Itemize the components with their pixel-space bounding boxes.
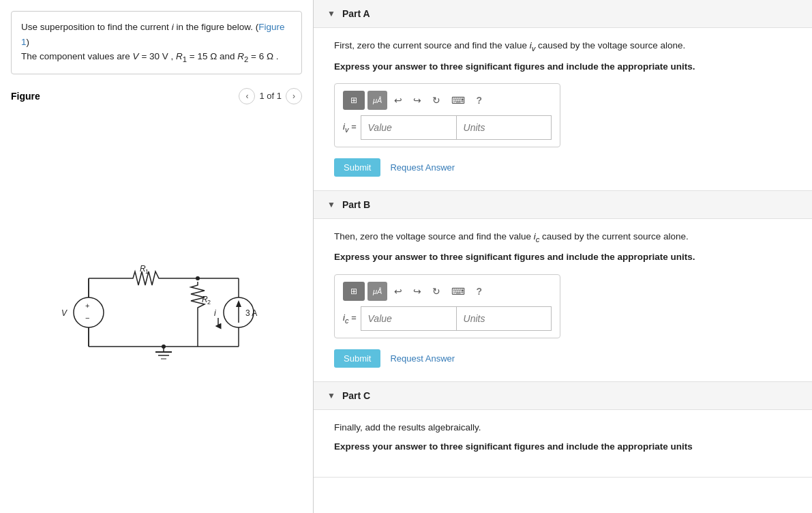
svg-text:+: + (85, 302, 89, 310)
part-a-value-input[interactable] (361, 115, 456, 140)
svg-text:3 A: 3 A (245, 308, 257, 318)
part-b-units-input[interactable] (456, 306, 552, 331)
part-a-units-input[interactable] (456, 115, 552, 140)
unit-btn-a[interactable]: μÅ (367, 91, 387, 110)
svg-text:2: 2 (207, 299, 211, 306)
part-c-section: ▼ Part C Finally, add the results algebr… (314, 382, 812, 478)
part-b-section: ▼ Part B Then, zero the voltage source a… (314, 191, 812, 382)
matrix-btn-a[interactable]: ⊞ (343, 91, 365, 110)
keyboard-btn-a[interactable]: ⌨ (447, 91, 469, 110)
left-panel: Use superposition to find the current i … (0, 0, 314, 513)
part-a-action-row: Submit Request Answer (334, 158, 792, 177)
svg-text:−: − (85, 314, 89, 322)
part-b-content: Then, zero the voltage source and find t… (314, 219, 812, 381)
part-b-toolbar: ⊞ μÅ ↩ ↪ ↻ ⌨ ? (343, 282, 552, 301)
part-a-answer-box: ⊞ μÅ ↩ ↪ ↻ ⌨ ? iv = (334, 83, 560, 147)
part-b-input-row: ic = (343, 306, 552, 331)
undo-btn-a[interactable]: ↩ (390, 91, 406, 110)
part-a-request-link[interactable]: Request Answer (390, 162, 455, 173)
help-btn-b[interactable]: ? (472, 282, 486, 301)
page-indicator: 1 of 1 (259, 91, 282, 101)
part-a-input-label: iv = (343, 121, 357, 134)
circuit-diagram: R 1 R 2 i (48, 237, 266, 374)
part-b-value-input[interactable] (361, 306, 456, 331)
problem-values: The component values are V = 30 V , R1 =… (21, 51, 279, 61)
part-a-section: ▼ Part A First, zero the current source … (314, 0, 812, 191)
part-c-toggle[interactable]: ▼ (327, 391, 335, 400)
part-b-answer-box: ⊞ μÅ ↩ ↪ ↻ ⌨ ? ic = (334, 274, 560, 338)
figure-title: Figure (11, 91, 40, 102)
part-b-input-label: ic = (343, 312, 357, 325)
figure-section: Figure ‹ 1 of 1 › R 1 (11, 88, 302, 502)
part-b-description: Then, zero the voltage source and find t… (334, 230, 792, 246)
circuit-area: R 1 R 2 i (11, 110, 302, 502)
part-b-toggle[interactable]: ▼ (327, 200, 335, 209)
refresh-btn-a[interactable]: ↻ (428, 91, 445, 110)
part-c-header: ▼ Part C (314, 382, 812, 410)
part-b-request-link[interactable]: Request Answer (390, 353, 455, 364)
part-a-header: ▼ Part A (314, 0, 812, 28)
part-a-submit-btn[interactable]: Submit (334, 158, 380, 177)
keyboard-btn-b[interactable]: ⌨ (447, 282, 469, 301)
part-c-instruction: Express your answer to three significant… (334, 440, 792, 454)
undo-btn-b[interactable]: ↩ (390, 282, 406, 301)
svg-text:V: V (61, 308, 67, 318)
problem-text: Use superposition to find the current i … (21, 22, 284, 47)
help-btn-a[interactable]: ? (472, 91, 486, 110)
part-b-submit-btn[interactable]: Submit (334, 349, 380, 368)
prev-figure-btn[interactable]: ‹ (239, 88, 255, 104)
unit-btn-b[interactable]: μÅ (367, 282, 387, 301)
part-b-label: Part B (342, 199, 370, 210)
part-a-description: First, zero the current source and find … (334, 39, 792, 55)
part-b-instruction: Express your answer to three significant… (334, 250, 792, 264)
part-b-header: ▼ Part B (314, 191, 812, 219)
part-a-instruction: Express your answer to three significant… (334, 60, 792, 74)
figure-link[interactable]: Figure 1 (21, 22, 284, 47)
redo-btn-b[interactable]: ↪ (409, 282, 425, 301)
figure-nav: ‹ 1 of 1 › (239, 88, 302, 104)
right-panel: ▼ Part A First, zero the current source … (314, 0, 812, 513)
part-c-content: Finally, add the results algebraically. … (314, 410, 812, 478)
redo-btn-a[interactable]: ↪ (409, 91, 425, 110)
part-a-content: First, zero the current source and find … (314, 28, 812, 190)
svg-text:i: i (214, 308, 216, 318)
refresh-btn-b[interactable]: ↻ (428, 282, 445, 301)
part-a-input-row: iv = (343, 115, 552, 140)
part-a-toolbar: ⊞ μÅ ↩ ↪ ↻ ⌨ ? (343, 91, 552, 110)
problem-box: Use superposition to find the current i … (11, 11, 302, 74)
svg-point-29 (162, 345, 166, 349)
part-a-toggle[interactable]: ▼ (327, 9, 335, 18)
part-c-description: Finally, add the results algebraically. (334, 421, 792, 435)
part-c-label: Part C (342, 390, 370, 401)
part-a-label: Part A (342, 8, 370, 19)
matrix-btn-b[interactable]: ⊞ (343, 282, 365, 301)
part-b-action-row: Submit Request Answer (334, 349, 792, 368)
figure-header: Figure ‹ 1 of 1 › (11, 88, 302, 104)
next-figure-btn[interactable]: › (286, 88, 302, 104)
